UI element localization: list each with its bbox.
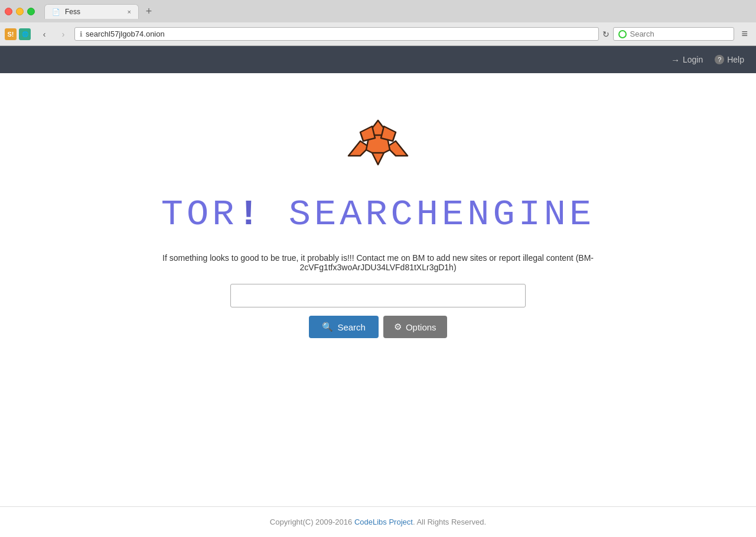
search-input[interactable]	[230, 284, 526, 307]
address-text: searchl57jlgob74.onion	[86, 30, 594, 38]
title-exclaim: !	[237, 194, 263, 235]
title-searchengine: SearchEngine	[289, 194, 595, 235]
tab-title: Fess	[65, 8, 123, 16]
info-text: If something looks to good to be true, i…	[157, 253, 599, 272]
main-content: Tor! SearchEngine If something looks to …	[0, 73, 756, 500]
browser-menu-button[interactable]: ≡	[738, 25, 751, 42]
nav-bar: S! 🌐 ‹ › ℹ searchl57jlgob74.onion ↻ ≡	[0, 22, 756, 45]
forward-button[interactable]: ›	[56, 27, 71, 42]
maximize-window-button[interactable]	[27, 8, 35, 15]
plugin-icons: S! 🌐	[5, 28, 31, 40]
tab-close-button[interactable]: ×	[128, 8, 131, 15]
browser-chrome: 📄 Fess × + S! 🌐 ‹ › ℹ searchl57jlgob74.o…	[0, 0, 756, 46]
minimize-window-button[interactable]	[16, 8, 24, 15]
site-title: Tor! SearchEngine	[161, 194, 595, 235]
logo-container	[343, 109, 413, 182]
info-icon: ℹ	[80, 30, 83, 38]
search-area: 🔍 Search ⚙ Options	[230, 284, 526, 338]
plugin-icon-s: S!	[5, 28, 17, 40]
app-header: → Login ? Help	[0, 46, 756, 73]
plugin-icon-t: 🌐	[19, 28, 31, 40]
help-label: Help	[727, 55, 744, 64]
search-button-icon: 🔍	[322, 322, 333, 332]
svg-marker-6	[381, 126, 396, 141]
search-button[interactable]: 🔍 Search	[309, 316, 379, 338]
tab-bar: 📄 Fess × +	[40, 4, 751, 19]
reload-button[interactable]: ↻	[602, 30, 610, 39]
options-button-icon: ⚙	[394, 322, 402, 332]
login-link[interactable]: → Login	[671, 55, 703, 65]
search-button-label: Search	[337, 322, 366, 332]
title-bar: 📄 Fess × +	[0, 0, 756, 22]
title-tor: Tor	[161, 194, 238, 235]
header-nav: → Login ? Help	[671, 55, 744, 65]
search-globe-icon	[618, 30, 627, 38]
help-link[interactable]: ? Help	[715, 55, 744, 64]
active-tab[interactable]: 📄 Fess ×	[44, 4, 139, 19]
tab-icon: 📄	[52, 8, 60, 16]
window-buttons	[5, 8, 35, 15]
browser-search-input[interactable]	[630, 30, 729, 38]
search-input-wrapper	[230, 284, 526, 307]
close-window-button[interactable]	[5, 8, 12, 15]
back-button[interactable]: ‹	[37, 27, 52, 42]
help-icon: ?	[715, 55, 724, 64]
options-button[interactable]: ⚙ Options	[383, 316, 447, 338]
svg-marker-4	[372, 153, 384, 165]
login-icon: →	[671, 55, 680, 65]
search-buttons: 🔍 Search ⚙ Options	[309, 316, 447, 338]
new-tab-button[interactable]: +	[141, 4, 157, 19]
browser-search-box[interactable]	[613, 27, 734, 41]
svg-marker-5	[360, 126, 375, 141]
login-label: Login	[683, 55, 703, 64]
address-bar[interactable]: ℹ searchl57jlgob74.onion	[74, 27, 599, 41]
options-button-label: Options	[406, 322, 436, 332]
site-logo	[343, 109, 413, 179]
